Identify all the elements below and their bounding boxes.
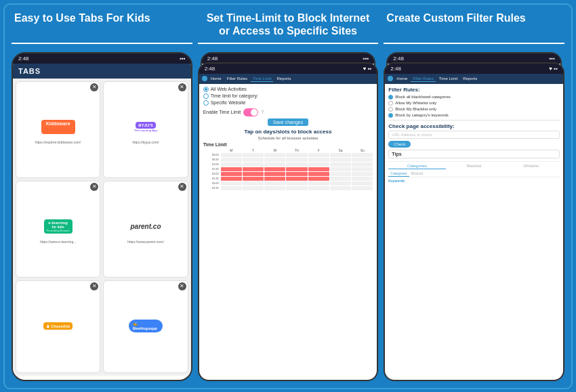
- time-slot[interactable]: [264, 181, 285, 186]
- time-slot[interactable]: [286, 177, 307, 181]
- tab-close-elearning[interactable]: ✕: [90, 183, 98, 191]
- time-slot[interactable]: [330, 181, 351, 186]
- tab-item-chesskid[interactable]: ✕ ♟ ChessKid: [16, 280, 100, 373]
- help-icon[interactable]: ?: [261, 109, 264, 115]
- tab-close-kiddoware[interactable]: ✕: [90, 83, 98, 91]
- tips-label: Tips: [392, 152, 401, 156]
- time-slot[interactable]: [352, 177, 373, 181]
- time-slot[interactable]: [243, 162, 264, 167]
- time-slot[interactable]: [330, 186, 351, 190]
- time-slot[interactable]: [221, 181, 242, 186]
- time-slot[interactable]: [352, 158, 373, 162]
- time-slot[interactable]: [352, 162, 373, 167]
- time-slot[interactable]: [352, 186, 373, 190]
- time-row: 02:30: [203, 177, 373, 181]
- filter-option-0[interactable]: Block all blacklisted categories: [388, 95, 560, 100]
- time-slot[interactable]: [352, 172, 373, 176]
- tab-whitelist[interactable]: Whitelist: [503, 163, 560, 169]
- toggle-switch[interactable]: [243, 108, 258, 116]
- time-slot[interactable]: [221, 162, 242, 167]
- front-nav-filter[interactable]: Filter Rules: [225, 76, 249, 81]
- time-slot[interactable]: [243, 153, 264, 157]
- time-slot[interactable]: [264, 162, 285, 167]
- panel3-title: Create Custom Filter Rules: [384, 12, 564, 44]
- time-slot[interactable]: [308, 181, 329, 186]
- time-slot[interactable]: [221, 177, 242, 181]
- time-slot[interactable]: [243, 167, 264, 171]
- time-slot[interactable]: [243, 177, 264, 181]
- time-slot[interactable]: [330, 153, 351, 157]
- time-slot[interactable]: [308, 186, 329, 190]
- time-slot[interactable]: [308, 153, 329, 157]
- status-bar-1: 2:48 ▪▪▪: [13, 53, 191, 64]
- filter-option-2[interactable]: Block My Blacklist only: [388, 107, 560, 112]
- time-slot[interactable]: [308, 177, 329, 181]
- time-slot[interactable]: [286, 162, 307, 167]
- time-slot[interactable]: [286, 181, 307, 186]
- stacked-phones-3: 2:48 ▪▪▪ Home Filter Rules Time Limit Re…: [384, 52, 564, 381]
- time-slot[interactable]: [243, 186, 264, 190]
- filter-option-3[interactable]: Block by category's keywords: [388, 113, 560, 118]
- time-slot[interactable]: [352, 167, 373, 171]
- time-slot[interactable]: [243, 158, 264, 162]
- time-slot[interactable]: [221, 167, 242, 171]
- time-slot[interactable]: [330, 177, 351, 181]
- tab-item-beelinguapp[interactable]: ✕ 🐝 Beelinguapp: [103, 280, 188, 373]
- time-slot[interactable]: [221, 186, 242, 190]
- tab-blacklist[interactable]: Blacklist: [446, 163, 503, 169]
- tab-close-byjus[interactable]: ✕: [178, 83, 186, 91]
- tab-item-byjus[interactable]: ✕ BYJU'S The Learning App https://byjus.…: [103, 81, 188, 178]
- time-slot[interactable]: [308, 158, 329, 162]
- panel-tabs: Easy to Use Tabs For Kids 2:48 ▪▪▪ TABS …: [12, 12, 192, 381]
- time-slot[interactable]: [264, 153, 285, 157]
- status-time-1: 2:48: [18, 56, 29, 62]
- url-input[interactable]: URL Address to check: [388, 131, 560, 139]
- time-slot[interactable]: [221, 172, 242, 176]
- radio-category[interactable]: Time limit for category:: [203, 93, 373, 99]
- time-slot[interactable]: [352, 181, 373, 186]
- time-slot[interactable]: [330, 167, 351, 171]
- time-slot[interactable]: [286, 186, 307, 190]
- time-slot[interactable]: [264, 167, 285, 171]
- front-nav-timelimit[interactable]: Time Limit: [251, 76, 273, 82]
- tab-item-elearning[interactable]: ✕ e-learning for kids Founding Dreams ht…: [16, 181, 100, 278]
- radio-all-web[interactable]: All Web Activities: [203, 87, 373, 92]
- time-slot[interactable]: [221, 153, 242, 157]
- time-slot[interactable]: [243, 181, 264, 186]
- time-slot[interactable]: [308, 167, 329, 171]
- time-slot[interactable]: [264, 186, 285, 190]
- front-nav-reports[interactable]: Reports: [274, 76, 293, 81]
- tab-close-parentco[interactable]: ✕: [178, 183, 186, 191]
- time-slot[interactable]: [286, 158, 307, 162]
- tab-categories[interactable]: Categories: [388, 163, 445, 169]
- panel1-title: Easy to Use Tabs For Kids: [12, 12, 192, 44]
- time-slot[interactable]: [221, 158, 242, 162]
- time-slot[interactable]: [330, 162, 351, 167]
- tab-close-beelinguapp[interactable]: ✕: [178, 282, 186, 290]
- radio-specific[interactable]: Specific Website: [203, 100, 373, 106]
- tab-item-parentco[interactable]: ✕ parent.co https://www.parent.com/: [103, 181, 188, 278]
- filter-option-1[interactable]: Allow My Whitelist only: [388, 101, 560, 106]
- time-slot[interactable]: [308, 172, 329, 176]
- time-slot[interactable]: [264, 177, 285, 181]
- time-slot[interactable]: [286, 153, 307, 157]
- time-slot[interactable]: [286, 167, 307, 171]
- time-slot[interactable]: [352, 153, 373, 157]
- time-slot[interactable]: [264, 158, 285, 162]
- save-changes-button[interactable]: Save changes: [268, 118, 308, 126]
- time-slot[interactable]: [264, 172, 285, 176]
- time-slot[interactable]: [308, 162, 329, 167]
- time-slot[interactable]: [330, 172, 351, 176]
- time-slot[interactable]: [286, 172, 307, 176]
- sub-tab-blocked[interactable]: Blocked: [409, 171, 426, 177]
- front-nav-home[interactable]: Home: [209, 76, 224, 81]
- beelinguapp-logo: 🐝 Beelinguapp: [129, 314, 163, 338]
- time-slot[interactable]: [243, 172, 264, 176]
- sub-tab-categories[interactable]: Categories: [388, 171, 409, 177]
- filter-radio-2: [388, 107, 393, 112]
- time-row: 01:30: [203, 167, 373, 171]
- check-button[interactable]: Check: [388, 141, 411, 148]
- time-slot[interactable]: [330, 158, 351, 162]
- tab-close-chesskid[interactable]: ✕: [90, 282, 98, 290]
- tab-item-kiddoware[interactable]: ✕ Kiddoware The friendly way to learn ht…: [16, 81, 100, 178]
